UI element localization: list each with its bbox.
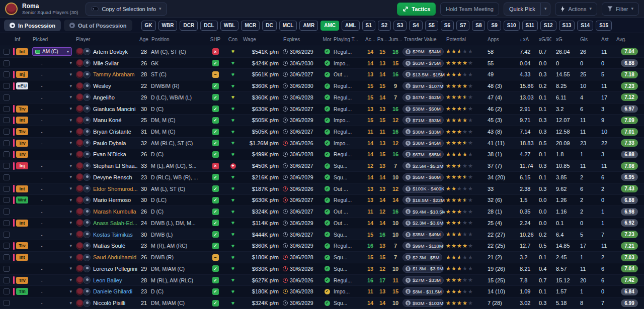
- row-checkbox[interactable]: [4, 151, 10, 157]
- row-checkbox[interactable]: [4, 117, 10, 123]
- quick-pick-button[interactable]: Quick Pick: [504, 3, 540, 15]
- row-checkbox[interactable]: [4, 49, 10, 55]
- position-filter-s5[interactable]: S5: [425, 21, 438, 31]
- player-cell[interactable]: Matías Soulé: [74, 242, 138, 250]
- player-row[interactable]: Trv-▾Evan N'Dicka26D (C)✓♥$499K p/m30/6/…: [0, 149, 644, 161]
- column-header-avg[interactable]: Avg.: [615, 37, 644, 42]
- row-checkbox[interactable]: [4, 197, 10, 203]
- column-header-ast[interactable]: Ast: [597, 37, 615, 42]
- player-cell[interactable]: Stephan El Shaa...: [74, 162, 138, 170]
- player-row[interactable]: Trv-▾Gianluca Mancini30D (C)✓♥$630K p/m3…: [0, 104, 644, 115]
- position-filter-dc[interactable]: DC: [262, 21, 276, 31]
- player-row[interactable]: -▾Kostas Tsimikas30D/WB (L)✓♥$444K p/m30…: [0, 229, 644, 241]
- player-cell[interactable]: Anass Salah-Ed...: [74, 219, 138, 227]
- player-row[interactable]: Trv-▾Bryan Cristante31DM, M (C)✓♥$505K p…: [0, 126, 644, 138]
- player-cell[interactable]: Lorenzo Pellegrini: [74, 265, 138, 272]
- position-filter-s3[interactable]: S3: [393, 21, 407, 31]
- row-checkbox[interactable]: [4, 220, 10, 226]
- position-filter-amc[interactable]: AMC: [320, 21, 339, 31]
- picked-dropdown[interactable]: -▾: [31, 286, 74, 297]
- position-filter-mcl[interactable]: MCL: [279, 21, 297, 31]
- picked-dropdown[interactable]: -▾: [31, 80, 74, 91]
- player-row[interactable]: -▾Lorenzo Pellegrini29DM, M/AM (C)✓♥$630…: [0, 263, 644, 275]
- actions-button[interactable]: Actions ▾: [555, 3, 597, 16]
- picked-position-dropdown[interactable]: AM (C)▾: [32, 47, 72, 56]
- picked-dropdown[interactable]: -▾: [31, 297, 74, 308]
- row-checkbox[interactable]: [4, 266, 10, 272]
- player-row[interactable]: Int-▾Saud Abdulhamid26D/WB (R)–♥$180K p/…: [0, 252, 644, 263]
- hold-team-meeting-button[interactable]: Hold Team Meeting: [440, 3, 499, 16]
- column-header-playing-t[interactable]: Playing T...: [332, 37, 364, 42]
- picked-dropdown[interactable]: -▾: [31, 126, 74, 137]
- tab-in-possession[interactable]: In Possession: [4, 20, 61, 31]
- row-checkbox[interactable]: [4, 140, 10, 146]
- row-checkbox[interactable]: [4, 277, 10, 283]
- row-checkbox[interactable]: [4, 186, 10, 192]
- player-row[interactable]: Trv-▾Leon Bailey28M (RL), AM (RLC)✓♥$627…: [0, 275, 644, 286]
- position-filter-dcr[interactable]: DCR: [180, 21, 198, 31]
- picked-dropdown[interactable]: -▾: [31, 92, 74, 103]
- column-header-shp[interactable]: SHP: [206, 37, 224, 42]
- player-row[interactable]: Wnt-▾Mario Hermoso30D (LC)✓♥$630K p/m30/…: [0, 195, 644, 207]
- player-row[interactable]: nEU-▾Wesley22D/WB/M (R)✓♥$360K p/m30/6/2…: [0, 80, 644, 92]
- player-row[interactable]: Int-▾Manu Koné25DM, M (C)✓♥$505K p/m30/6…: [0, 115, 644, 126]
- player-row[interactable]: Tm-▾Daniele Ghilardi23D (C)✓♥$180K p/m30…: [0, 286, 644, 297]
- picked-dropdown[interactable]: -▾: [31, 195, 74, 206]
- column-header-mor[interactable]: Mor: [322, 37, 332, 42]
- row-checkbox[interactable]: [4, 106, 10, 112]
- picked-dropdown[interactable]: -▾: [31, 160, 74, 171]
- position-filter-s15[interactable]: S15: [596, 21, 612, 31]
- row-checkbox[interactable]: [4, 300, 10, 306]
- position-filter-s9[interactable]: S9: [488, 21, 501, 31]
- position-filter-s10[interactable]: S10: [504, 21, 520, 31]
- column-header-con[interactable]: Con: [224, 37, 242, 42]
- position-filter-amr[interactable]: AMR: [299, 21, 318, 31]
- player-row[interactable]: Int-▾Eldor Shomurod...30AM (L), ST (C)✓♥…: [0, 183, 644, 195]
- player-cell[interactable]: Artem Dovbyk: [74, 48, 138, 55]
- position-filter-s11[interactable]: S11: [522, 21, 538, 31]
- filter-button[interactable]: Filter ▾: [602, 3, 639, 16]
- tab-out-of-possession[interactable]: Out of Possession: [64, 20, 132, 31]
- player-cell[interactable]: Devyne Rensch: [74, 173, 138, 181]
- row-checkbox[interactable]: [4, 232, 10, 238]
- column-header-pa[interactable]: Pa...: [376, 37, 388, 42]
- column-header-wage[interactable]: Wage: [242, 37, 282, 42]
- position-filter-gk[interactable]: GK: [141, 21, 156, 31]
- player-row[interactable]: IntAM (C)▾Artem Dovbyk28AM (C), ST (C)×♥…: [0, 46, 644, 58]
- player-row[interactable]: Trv-▾Paulo Dybala32AM (RLC), ST (C)✓♥$1.…: [0, 138, 644, 149]
- position-filter-s12[interactable]: S12: [540, 21, 556, 31]
- picked-dropdown[interactable]: -▾: [31, 218, 74, 229]
- column-header-position[interactable]: Position: [150, 37, 206, 42]
- position-filter-s2[interactable]: S2: [378, 21, 391, 31]
- position-filter-dcl[interactable]: DCL: [200, 21, 218, 31]
- column-header-transfer-value[interactable]: Transfer Value: [403, 37, 445, 42]
- row-checkbox[interactable]: [4, 209, 10, 215]
- picked-dropdown[interactable]: -▾: [31, 229, 74, 240]
- picked-dropdown[interactable]: -▾: [31, 263, 74, 274]
- column-header-expires[interactable]: Expires: [282, 37, 322, 42]
- player-cell[interactable]: Daniele Ghilardi: [74, 288, 138, 295]
- picked-dropdown[interactable]: -▾: [31, 183, 74, 194]
- position-filter-aml[interactable]: AML: [342, 21, 360, 31]
- player-cell[interactable]: Saud Abdulhamid: [74, 254, 138, 261]
- position-filter-s4[interactable]: S4: [409, 21, 422, 31]
- column-header-ac[interactable]: Ac...: [364, 37, 376, 42]
- picked-dropdown[interactable]: -▾: [31, 275, 74, 286]
- player-cell[interactable]: Wesley: [74, 82, 138, 90]
- row-checkbox[interactable]: [4, 243, 10, 249]
- position-filter-s13[interactable]: S13: [559, 21, 575, 31]
- player-cell[interactable]: Leon Bailey: [74, 276, 138, 284]
- column-header-xa[interactable]: ↓xA: [515, 37, 534, 42]
- row-checkbox[interactable]: [4, 288, 10, 294]
- position-filter-wbl[interactable]: WBL: [220, 21, 239, 31]
- column-header-gls[interactable]: Gls: [576, 37, 597, 42]
- row-checkbox[interactable]: [4, 60, 10, 66]
- picked-dropdown[interactable]: -▾: [31, 252, 74, 263]
- player-cell[interactable]: Eldor Shomurod...: [74, 185, 138, 192]
- player-cell[interactable]: Mario Hermoso: [74, 196, 138, 204]
- picked-dropdown[interactable]: -▾: [31, 104, 74, 115]
- position-filter-wbr[interactable]: WBR: [158, 21, 178, 31]
- picked-dropdown[interactable]: -▾: [31, 69, 74, 80]
- player-row[interactable]: Inj-▾Tammy Abraham28ST (C)–♥$561K p/m30/…: [0, 69, 644, 80]
- player-row[interactable]: -▾Marash Kumbulla26D (C)✓♥$324K p/m30/6/…: [0, 206, 644, 218]
